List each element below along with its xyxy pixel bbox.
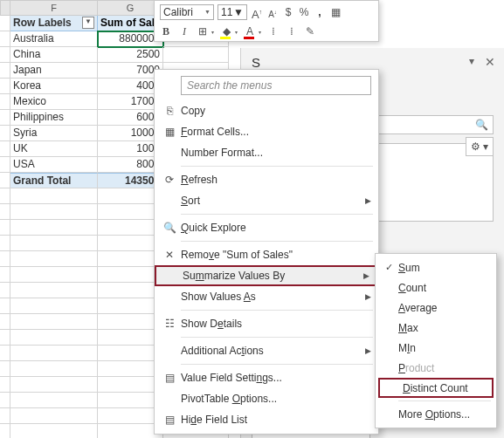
cell[interactable] xyxy=(10,424,98,438)
cell[interactable] xyxy=(10,330,98,346)
panel-close-icon[interactable]: ✕ xyxy=(485,55,495,69)
cell[interactable] xyxy=(0,251,10,267)
cell[interactable] xyxy=(0,361,10,377)
submenu-min[interactable]: MIn xyxy=(376,338,496,358)
pivot-row-label[interactable]: Japan xyxy=(10,63,98,79)
cell[interactable] xyxy=(10,267,98,283)
cell[interactable] xyxy=(0,110,10,126)
cell[interactable] xyxy=(0,393,10,408)
cell[interactable] xyxy=(10,236,98,251)
cell[interactable] xyxy=(0,408,10,424)
cell[interactable] xyxy=(10,393,98,408)
cell[interactable] xyxy=(10,298,98,314)
cell[interactable] xyxy=(0,267,10,283)
gear-icon[interactable]: ⚙ ▾ xyxy=(466,137,494,156)
menu-show-details[interactable]: ☷Show Details xyxy=(155,313,378,334)
cell[interactable] xyxy=(0,330,10,346)
increase-font-icon[interactable]: A↑ xyxy=(251,5,263,19)
cell[interactable] xyxy=(0,173,10,188)
cell[interactable] xyxy=(10,283,98,298)
cell[interactable] xyxy=(10,346,98,361)
menu-number-format[interactable]: Number Format... xyxy=(155,142,378,163)
decrease-font-icon[interactable]: A↓ xyxy=(266,5,279,19)
menu-value-field-settings[interactable]: ▤Value Field Settings... xyxy=(155,367,378,388)
cell[interactable] xyxy=(0,188,10,204)
cell[interactable] xyxy=(0,220,10,236)
borders-button[interactable]: ⊞ xyxy=(197,24,209,38)
font-family-select[interactable]: Calibri▼ xyxy=(160,4,214,20)
percent-button[interactable]: % xyxy=(298,5,310,19)
cell[interactable] xyxy=(10,251,98,267)
col-header-edge[interactable] xyxy=(0,0,10,16)
pivot-row-label[interactable]: Australia xyxy=(10,31,98,47)
menu-copy[interactable]: ⎘Copy xyxy=(155,100,378,121)
pivot-row-label[interactable]: Syria xyxy=(10,126,98,141)
cell[interactable] xyxy=(0,126,10,141)
pivot-row-label[interactable]: UK xyxy=(10,141,98,157)
cell[interactable] xyxy=(10,377,98,393)
cell[interactable] xyxy=(0,94,10,110)
submenu-sum[interactable]: ✓Sum xyxy=(376,257,496,277)
menu-summarize-values-by[interactable]: Summarize Values By▶ xyxy=(155,265,378,286)
italic-button[interactable]: I xyxy=(178,24,190,38)
cell[interactable] xyxy=(10,408,98,424)
table-icon[interactable]: ▦ xyxy=(329,5,342,19)
pivot-row-label[interactable]: China xyxy=(10,47,98,63)
currency-button[interactable]: $ xyxy=(282,5,294,19)
menu-refresh[interactable]: ⟳Refresh xyxy=(155,169,378,190)
font-color-button[interactable]: A xyxy=(244,24,256,38)
cell[interactable] xyxy=(0,47,10,63)
cell[interactable] xyxy=(0,204,10,220)
bold-button[interactable]: B xyxy=(160,24,172,38)
format-painter-icon[interactable]: ✎ xyxy=(304,24,316,38)
cell[interactable] xyxy=(0,346,10,361)
menu-search[interactable]: Search the menus xyxy=(181,76,371,95)
increase-decimal-icon[interactable]: ⁞ xyxy=(286,24,298,38)
cell[interactable] xyxy=(10,188,98,204)
menu-additional-actions[interactable]: Additional Actions▶ xyxy=(155,340,378,361)
pivot-row-value[interactable]: 2500 xyxy=(98,47,163,63)
pivot-row-label[interactable]: USA xyxy=(10,157,98,173)
grand-total-label[interactable]: Grand Total xyxy=(10,173,98,188)
cell[interactable] xyxy=(0,79,10,94)
pivot-row-label[interactable]: Korea xyxy=(10,79,98,94)
menu-remove[interactable]: ✕Remove "Sum of Sales" xyxy=(155,244,378,265)
submenu-distinct-count[interactable]: Distinct Count xyxy=(378,378,494,398)
submenu-more-options[interactable]: More Options... xyxy=(376,404,496,424)
cell[interactable] xyxy=(0,63,10,79)
pivot-header-rowlabels[interactable]: Row Labels▼ xyxy=(10,16,98,31)
menu-quick-explore[interactable]: 🔍Quick Explore xyxy=(155,217,378,238)
menu-show-values-as[interactable]: Show Values As▶ xyxy=(155,286,378,307)
cell[interactable] xyxy=(163,47,229,63)
menu-pivottable-options[interactable]: PivotTable Options... xyxy=(155,388,378,409)
fill-color-button[interactable]: ◆ xyxy=(220,24,232,38)
submenu-max[interactable]: Max xyxy=(376,318,496,338)
col-header-F[interactable]: F xyxy=(10,0,98,16)
font-size-select[interactable]: 11▼ xyxy=(217,4,247,20)
pivot-row-label[interactable]: Philippines xyxy=(10,110,98,126)
panel-options-icon[interactable]: ▾ xyxy=(469,55,474,67)
cell[interactable] xyxy=(0,141,10,157)
filter-dropdown-icon[interactable]: ▼ xyxy=(82,17,94,29)
decrease-decimal-icon[interactable]: ⁞ xyxy=(267,24,280,38)
cell[interactable] xyxy=(10,220,98,236)
cell[interactable] xyxy=(0,314,10,330)
cell[interactable] xyxy=(0,31,10,47)
cell[interactable] xyxy=(0,298,10,314)
submenu-average[interactable]: Average xyxy=(376,298,496,318)
cell[interactable] xyxy=(10,314,98,330)
menu-hide-field-list[interactable]: ▤Hide Field List xyxy=(155,409,378,430)
comma-button[interactable]: , xyxy=(314,5,326,19)
menu-sort[interactable]: Sort▶ xyxy=(155,190,378,211)
submenu-count[interactable]: Count xyxy=(376,277,496,298)
cell[interactable] xyxy=(10,204,98,220)
cell[interactable] xyxy=(0,424,10,438)
cell[interactable] xyxy=(0,16,10,31)
cell[interactable] xyxy=(0,377,10,393)
pivot-row-label[interactable]: Mexico xyxy=(10,94,98,110)
cell[interactable] xyxy=(0,236,10,251)
cell[interactable] xyxy=(0,283,10,298)
cell[interactable] xyxy=(10,361,98,377)
menu-format-cells[interactable]: ▦Format Cells... xyxy=(155,121,378,142)
cell[interactable] xyxy=(0,157,10,173)
